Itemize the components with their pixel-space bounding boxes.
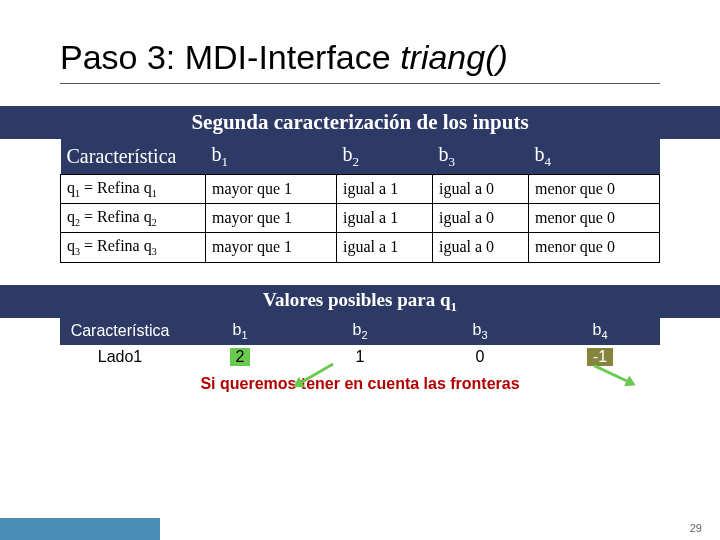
cell: igual a 1 [337,175,433,204]
table-row: q2 = Refina q2 mayor que 1 igual a 1 igu… [61,204,660,233]
slide: Paso 3: MDI-Interface triang() Segunda c… [0,0,720,540]
table-row: Lado1 2 1 0 -1 [60,345,660,369]
th2-b2: b2 [300,318,420,344]
th-b4: b4 [528,139,659,175]
th2-b3: b3 [420,318,540,344]
table2-wrap: Característica b1 b2 b3 b4 Lado1 2 1 0 -… [60,318,660,368]
cell: menor que 0 [528,233,659,262]
th2-b4: b4 [540,318,660,344]
cell-q1: q1 = Refina q1 [61,175,206,204]
page-number: 29 [690,522,702,534]
footnote: Si queremos tener en cuenta las frontera… [0,375,720,393]
title-italic: triang() [400,38,508,76]
cell-v2: 1 [300,345,420,369]
table-row: q3 = Refina q3 mayor que 1 igual a 1 igu… [61,233,660,262]
table2-header-row: Característica b1 b2 b3 b4 [60,318,660,344]
title-underline [60,83,660,84]
th-b2: b2 [337,139,433,175]
table1-wrap: Característica b1 b2 b3 b4 q1 = Refina q… [60,139,660,263]
cell: igual a 0 [432,175,528,204]
cell-lado1: Lado1 [60,345,180,369]
th-caracteristica: Característica [61,139,206,175]
highlight-green: 2 [230,348,251,366]
cell: igual a 0 [432,233,528,262]
cell-q3: q3 = Refina q3 [61,233,206,262]
footer-band [0,518,160,540]
table1-header-row: Característica b1 b2 b3 b4 [61,139,660,175]
th-b3: b3 [432,139,528,175]
title-area: Paso 3: MDI-Interface triang() [0,0,720,92]
cell-v1: 2 [180,345,300,369]
cell: menor que 0 [528,204,659,233]
cell-v4: -1 [540,345,660,369]
title-text: Paso 3: MDI-Interface [60,38,400,76]
cell: mayor que 1 [206,233,337,262]
th2-caracteristica: Característica [60,318,180,344]
cell: igual a 1 [337,233,433,262]
cell-q2: q2 = Refina q2 [61,204,206,233]
banner-values: Valores posibles para q1 [0,285,720,319]
cell: mayor que 1 [206,204,337,233]
slide-title: Paso 3: MDI-Interface triang() [60,38,660,77]
cell: mayor que 1 [206,175,337,204]
th2-b1: b1 [180,318,300,344]
cell: igual a 0 [432,204,528,233]
table-row: q1 = Refina q1 mayor que 1 igual a 1 igu… [61,175,660,204]
characterization-table: Característica b1 b2 b3 b4 q1 = Refina q… [60,139,660,263]
highlight-olive: -1 [587,348,613,366]
cell: igual a 1 [337,204,433,233]
cell-v3: 0 [420,345,540,369]
banner-inputs: Segunda caracterización de los inputs [0,106,720,139]
th-b1: b1 [206,139,337,175]
values-table: Característica b1 b2 b3 b4 Lado1 2 1 0 -… [60,318,660,368]
cell: menor que 0 [528,175,659,204]
